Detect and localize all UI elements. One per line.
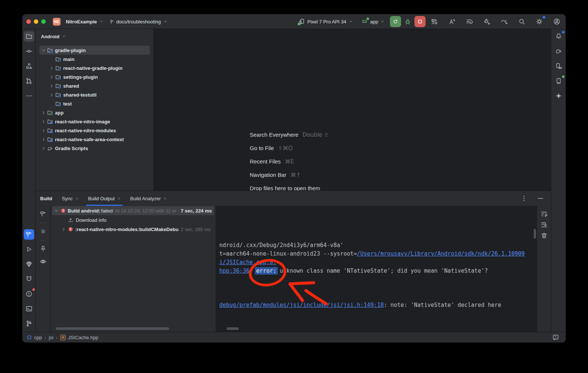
breadcrumb-item[interactable]: cpp	[27, 335, 42, 340]
profiler-button[interactable]	[499, 16, 510, 27]
app-insights-button[interactable]	[24, 259, 34, 269]
build-step-name: Build android:	[68, 208, 100, 214]
project-view-selector[interactable]: Android	[36, 29, 69, 44]
close-tab-icon[interactable]: ×	[75, 196, 78, 201]
separator	[39, 223, 47, 223]
clear-all-button[interactable]	[540, 231, 549, 240]
console-file-link[interactable]: i/JSICache.cpp:8:	[219, 259, 277, 266]
inspect-code-button[interactable]	[447, 16, 457, 27]
settings-button[interactable]	[534, 16, 545, 27]
preview-button[interactable]	[38, 256, 48, 267]
build-hammer-button[interactable]	[24, 229, 34, 240]
branch-selector[interactable]: docs/troubleshooting	[107, 17, 171, 26]
status-bar: cpp›jsi›HJSICache.hpp	[22, 332, 566, 343]
tree-item-app[interactable]: app	[39, 108, 150, 117]
console-text: : note: 'NativeState' declared here	[384, 302, 501, 308]
run-configuration-selector[interactable]: app	[358, 16, 388, 27]
chevron-down-icon	[99, 19, 104, 24]
chevron-right-icon[interactable]	[48, 74, 55, 80]
chevron-down-icon[interactable]	[53, 207, 59, 214]
scroll-to-end-button[interactable]	[540, 220, 549, 229]
logcat-button[interactable]	[24, 274, 34, 284]
pending-tasks-button[interactable]	[464, 16, 475, 27]
tree-horizontal-scrollbar[interactable]	[56, 327, 169, 330]
close-tab-icon[interactable]: ×	[164, 196, 167, 201]
chevron-right-icon[interactable]	[40, 118, 47, 125]
console-file-link[interactable]: hpp:36:36	[219, 267, 249, 274]
options-kebab-button[interactable]	[519, 193, 529, 204]
console-vertical-scrollbar[interactable]	[534, 229, 536, 239]
chevron-right-icon[interactable]	[48, 82, 55, 89]
console-horizontal-scrollbar[interactable]	[227, 327, 239, 330]
stop-button[interactable]	[414, 16, 426, 27]
project-selector[interactable]: NitroExample	[63, 17, 107, 26]
soft-wrap-button[interactable]	[540, 210, 549, 218]
chevron-right-icon[interactable]	[40, 145, 47, 152]
tree-item-shared[interactable]: shared	[39, 81, 150, 90]
debug-button[interactable]	[403, 17, 412, 26]
pin-button[interactable]	[38, 244, 48, 254]
tree-item-gradle-scripts[interactable]: Gradle Scripts	[39, 144, 150, 153]
tree-item-test[interactable]: test	[39, 99, 150, 108]
pull-requests-button[interactable]	[24, 76, 34, 86]
breadcrumb-label: cpp	[34, 335, 42, 340]
rerun-button[interactable]	[390, 16, 401, 27]
tab-build-output[interactable]: Build Output×	[88, 191, 120, 206]
tab-sync[interactable]: Sync×	[62, 191, 79, 206]
build-tree-row[interactable]: :react-native-nitro-modules:buildCMakeDe…	[52, 225, 214, 234]
build-button[interactable]	[429, 16, 440, 27]
version-control-button[interactable]	[24, 318, 34, 329]
console-text: ndroid/.cxx/Debug/2nd4i3y6/arm64-v8a'	[219, 242, 343, 249]
gradle-button[interactable]	[553, 46, 564, 56]
device-manager-button[interactable]	[553, 61, 564, 71]
attach-debugger-button[interactable]	[482, 16, 492, 27]
tree-item-react-native-safe-area-context[interactable]: react-native-safe-area-context	[39, 135, 150, 144]
terminal-button[interactable]	[24, 304, 34, 314]
commit-button[interactable]	[24, 46, 34, 56]
build-hammer-button[interactable]	[38, 209, 48, 219]
tree-item-gradle-plugin[interactable]: gradle-plugin	[39, 46, 150, 55]
build-tabs: Sync×Build Output×Build Analyzer×	[62, 191, 167, 206]
run-button[interactable]	[24, 244, 34, 254]
more-button[interactable]	[24, 91, 34, 101]
minimize-window-button[interactable]	[34, 19, 38, 24]
problems-button[interactable]	[24, 289, 34, 299]
console-file-link[interactable]: debug/prefab/modules/jsi/include/jsi/jsi…	[219, 302, 384, 308]
zoom-window-button[interactable]	[41, 19, 46, 24]
chevron-right-icon[interactable]	[48, 91, 55, 98]
tree-item-react-native-gradle-plugin[interactable]: react-native-gradle-plugin	[39, 64, 150, 72]
device-selector[interactable]: Pixel 7 Pro API 34	[295, 16, 356, 27]
breadcrumb-item[interactable]: HJSICache.hpp	[60, 335, 98, 340]
stop-filled-icon	[39, 228, 47, 235]
search-everywhere-button[interactable]	[517, 16, 527, 27]
build-tree-row[interactable]: Download info	[52, 215, 214, 224]
chevron-right-icon[interactable]	[40, 127, 47, 134]
close-window-button[interactable]	[26, 19, 31, 24]
tree-item-settings-plugin[interactable]: settings-plugin	[39, 72, 150, 81]
tree-item-react-native-nitro-modules[interactable]: react-native-nitro-modules	[39, 126, 150, 135]
notifications-button[interactable]	[553, 31, 564, 42]
tree-item-label: react-native-nitro-image	[55, 119, 110, 124]
chevron-down-icon[interactable]	[40, 47, 47, 53]
project-folder-button[interactable]	[24, 31, 34, 42]
close-tab-icon[interactable]: ×	[118, 196, 121, 201]
tree-item-shared-testutil[interactable]: shared-testutil	[39, 90, 150, 99]
console-file-link[interactable]: /Users/mrousavy/Library/Android/sdk/ndk/…	[357, 250, 525, 257]
chevron-right-icon[interactable]	[60, 226, 67, 233]
chevron-right-icon[interactable]	[40, 136, 47, 143]
chevron-right-icon[interactable]	[48, 65, 55, 71]
project-name: NitroExample	[66, 19, 97, 25]
gemini-button[interactable]	[553, 91, 564, 101]
chevron-right-icon[interactable]	[40, 109, 47, 116]
breadcrumb-item[interactable]: jsi	[49, 335, 53, 340]
event-log-button[interactable]	[551, 333, 560, 342]
structure-button[interactable]	[24, 61, 34, 71]
hide-button[interactable]	[535, 193, 546, 204]
tab-build-analyzer[interactable]: Build Analyzer×	[130, 191, 167, 206]
tree-item-react-native-nitro-image[interactable]: react-native-nitro-image	[39, 117, 150, 126]
build-tree-row[interactable]: Build android:failedAt 14.10.24, 12:00 w…	[52, 206, 214, 215]
account-button[interactable]	[552, 16, 562, 27]
stop-filled-button[interactable]	[38, 226, 48, 237]
tree-item-main[interactable]: main	[39, 55, 150, 64]
running-devices-button[interactable]	[553, 76, 564, 86]
